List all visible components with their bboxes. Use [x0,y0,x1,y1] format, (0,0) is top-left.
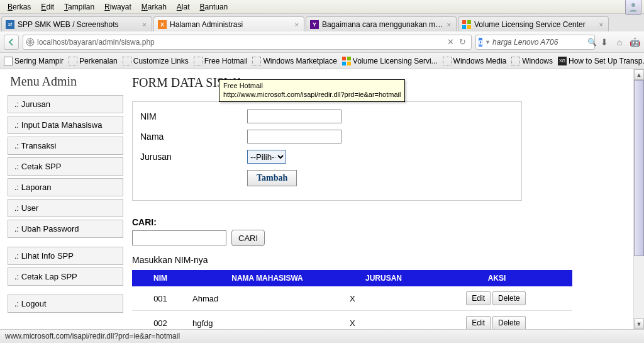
edit-button[interactable]: Edit [466,316,491,330]
bookmark-free-hotmail[interactable]: Free Hotmail [194,57,248,65]
search-icon[interactable]: 🔍 [587,38,597,47]
menu-alat[interactable]: Alat [172,1,195,13]
tab-title: Halaman Administrasi [170,20,294,29]
sidebar-item-cetak-lap-spp[interactable]: .: Cetak Lap SPP [8,267,123,286]
main-panel: FORM DATA SISWA NIM Nama Jurusan --Pilih… [126,69,644,329]
favicon-icon [462,20,471,29]
vertical-scrollbar[interactable]: ▲ ▼ [633,69,644,329]
bookmark-customize-links[interactable]: Customize Links [123,57,189,65]
nama-label: Nama [140,132,247,142]
nim-label: NIM [140,111,247,121]
sidebar-item-logout[interactable]: .: Logout [8,295,123,313]
edit-button[interactable]: Edit [466,291,491,305]
search-input[interactable] [492,38,587,47]
scroll-thumb[interactable] [634,80,644,256]
sidebar-item-jurusan[interactable]: .: Jurusan [8,95,123,113]
stop-icon[interactable]: ✕ [445,37,457,47]
profile-avatar[interactable] [625,0,641,15]
jurusan-label: Jurusan [140,152,247,162]
scroll-down-icon[interactable]: ▼ [634,318,644,329]
android-icon[interactable]: 🤖 [629,37,640,48]
jurusan-select[interactable]: --Pilih-- [247,150,286,164]
google-icon: g [479,38,482,47]
menu-edit[interactable]: Edit [36,1,59,13]
delete-button[interactable]: Delete [492,291,526,305]
tooltip-url: http://www.microsoft.com/isapi/redir.dll… [223,90,401,99]
sidebar-item-lihat-info-spp[interactable]: .: Lihat Info SPP [8,247,123,265]
bookmark-volume-licensing[interactable]: Volume Licensing Servi... [342,57,438,65]
cari-hint: Masukkan NIM-nya [132,255,631,265]
sidebar-item-user[interactable]: .: User [8,199,123,217]
bookmark-windows-marketplace[interactable]: Windows Marketplace [252,57,336,65]
menu-bantuan[interactable]: Bantuan [195,1,233,13]
sidebar: Menu Admin .: Jurusan .: Input Data Maha… [0,69,126,329]
menu-riwayat[interactable]: Riwayat [99,1,136,13]
ms-icon [342,57,351,65]
page-icon [252,57,261,65]
tab-3[interactable]: Volume Licensing Service Center × [458,16,609,31]
svg-rect-4 [467,25,471,29]
menu-tampilan[interactable]: Tampilan [59,1,99,13]
bookmark-perkenalan[interactable]: Perkenalan [69,57,118,65]
close-icon[interactable]: × [446,21,452,28]
page-content: Menu Admin .: Jurusan .: Input Data Maha… [0,69,644,329]
home-icon[interactable]: ⌂ [614,37,625,48]
table-row: 001AhmadXEditDelete [132,286,572,311]
url-bar[interactable]: ✕ ↻ [23,35,472,50]
tooltip-title: Free Hotmail [223,81,401,90]
download-icon[interactable]: ⬇ [599,37,610,48]
tab-2[interactable]: Y Bagaimana cara menggunakan mesin cuci.… [306,16,457,31]
menu-markah[interactable]: Markah [136,1,172,13]
xg-icon: XG [558,57,567,65]
svg-point-0 [631,3,635,7]
sidebar-item-transaksi[interactable]: .: Transaksi [8,137,123,155]
os-menubar: Berkas Edit Tampilan Riwayat Markah Alat… [0,0,644,14]
cari-button[interactable]: CARI [231,230,265,246]
bookmark-sering-mampir[interactable]: Sering Mampir [4,57,64,65]
close-icon[interactable]: × [294,21,300,28]
page-icon [511,57,520,65]
bookmark-how-to-setup[interactable]: XGHow to Set Up Transp... [558,57,644,65]
sidebar-item-ubah-password[interactable]: .: Ubah Password [8,220,123,238]
sidebar-item-laporan[interactable]: .: Laporan [8,178,123,196]
page-icon [4,57,13,65]
bookmark-windows-media[interactable]: Windows Media [443,57,507,65]
sidebar-item-input-mahasiswa[interactable]: .: Input Data Mahasiswa [8,116,123,134]
scroll-up-icon[interactable]: ▲ [634,69,644,80]
bookmark-windows[interactable]: Windows [511,57,553,65]
arrow-left-icon [8,38,15,46]
tambah-button[interactable]: Tambah [247,170,297,186]
menu-berkas[interactable]: Berkas [3,1,36,13]
cell-nama: Ahmad [189,286,346,311]
tab-1[interactable]: X Halaman Administrasi × [153,16,304,31]
tab-0[interactable]: sf SPP SMK WEB / Screenshots × [1,16,152,31]
user-icon [628,1,639,13]
cari-input[interactable] [132,230,226,245]
cari-label: CARI: [132,217,631,227]
tab-title: Volume Licensing Service Center [474,20,598,29]
nama-input[interactable] [247,130,341,143]
th-nim: NIM [132,270,189,286]
nim-input[interactable] [247,110,341,123]
close-icon[interactable]: × [142,21,148,28]
bookmarks-bar: Sering Mampir Perkenalan Customize Links… [0,53,644,69]
form-data-siswa: NIM Nama Jurusan --Pilih-- Tambah [132,101,522,201]
sidebar-item-cetak-spp[interactable]: .: Cetak SPP [8,157,123,176]
back-button[interactable] [4,35,19,50]
tab-title: SPP SMK WEB / Screenshots [18,20,142,29]
svg-rect-6 [342,57,346,60]
favicon-icon: sf [6,20,14,29]
svg-rect-2 [467,20,471,24]
svg-rect-3 [462,25,466,29]
delete-button[interactable]: Delete [492,316,526,330]
siswa-table: NIM NAMA MAHASISWA JURUSAN AKSI 001Ahmad… [132,270,572,335]
sidebar-title: Menu Admin [10,74,123,89]
svg-rect-7 [347,57,351,60]
reload-icon[interactable]: ↻ [457,37,469,47]
svg-rect-1 [462,20,466,24]
close-icon[interactable]: × [598,21,604,28]
dropdown-icon[interactable]: ▼ [485,39,491,45]
search-bar[interactable]: g ▼ 🔍 [475,35,595,50]
svg-rect-8 [342,62,346,65]
url-input[interactable] [37,38,445,47]
